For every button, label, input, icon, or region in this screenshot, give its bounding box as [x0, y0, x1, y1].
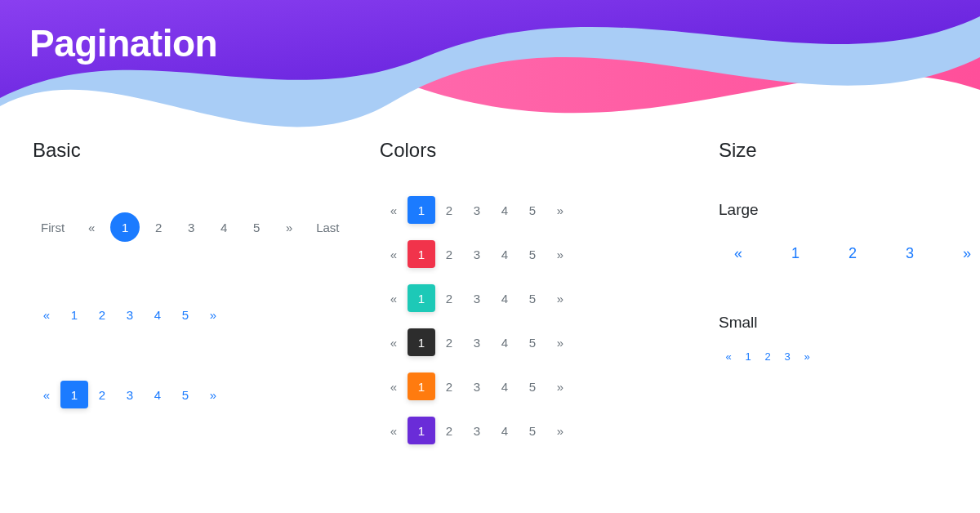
page-4[interactable]: 4 [491, 196, 519, 224]
pagination-color-purple: « 1 2 3 4 5 » [380, 417, 719, 444]
page-next-icon[interactable]: » [546, 284, 574, 312]
page-prev-icon[interactable]: « [719, 346, 738, 366]
page-prev-icon[interactable]: « [380, 240, 408, 268]
page-2[interactable]: 2 [435, 196, 463, 224]
page-3[interactable]: 3 [177, 213, 205, 241]
page-2[interactable]: 2 [88, 301, 116, 328]
section-colors: Colors « 1 2 3 4 5 » « 1 2 3 4 5 » « [380, 139, 719, 444]
page-prev-icon[interactable]: « [719, 234, 758, 273]
page-2[interactable]: 2 [88, 381, 116, 408]
page-next-icon[interactable]: » [546, 240, 574, 268]
page-5[interactable]: 5 [519, 240, 546, 268]
page-4[interactable]: 4 [144, 301, 172, 328]
content: Basic First « 1 2 3 4 5 » Last « 1 2 3 4… [0, 123, 980, 444]
page-next-icon[interactable]: » [947, 234, 980, 273]
colors-stack: « 1 2 3 4 5 » « 1 2 3 4 5 » « 1 2 3 [380, 196, 719, 444]
page-1-active[interactable]: 1 [408, 372, 435, 400]
pagination-color-blue: « 1 2 3 4 5 » [380, 196, 719, 224]
page-1[interactable]: 1 [60, 301, 88, 328]
page-2[interactable]: 2 [435, 284, 463, 312]
pagination-color-orange: « 1 2 3 4 5 » [380, 372, 719, 400]
page-4[interactable]: 4 [491, 328, 519, 356]
page-prev-icon[interactable]: « [78, 213, 105, 241]
page-first[interactable]: First [33, 213, 73, 241]
page-5[interactable]: 5 [519, 196, 546, 224]
page-title: Pagination [29, 21, 217, 65]
page-prev-icon[interactable]: « [33, 301, 60, 328]
page-next-icon[interactable]: » [546, 417, 574, 444]
page-2[interactable]: 2 [435, 372, 463, 400]
page-3[interactable]: 3 [777, 346, 797, 366]
section-basic: Basic First « 1 2 3 4 5 » Last « 1 2 3 4… [33, 139, 380, 444]
pagination-color-dark: « 1 2 3 4 5 » [380, 328, 719, 356]
page-1-active[interactable]: 1 [408, 328, 435, 356]
page-5[interactable]: 5 [519, 417, 546, 444]
page-prev-icon[interactable]: « [380, 372, 408, 400]
page-3[interactable]: 3 [116, 381, 144, 408]
page-2[interactable]: 2 [435, 240, 463, 268]
page-1-active[interactable]: 1 [408, 284, 435, 312]
page-prev-icon[interactable]: « [380, 328, 408, 356]
page-prev-icon[interactable]: « [33, 381, 60, 408]
page-prev-icon[interactable]: « [380, 284, 408, 312]
page-5[interactable]: 5 [243, 213, 270, 241]
page-2[interactable]: 2 [833, 234, 872, 273]
pagination-small: « 1 2 3 » [719, 346, 947, 366]
page-next-icon[interactable]: » [199, 301, 227, 328]
page-next-icon[interactable]: » [546, 372, 574, 400]
section-title-size: Size [719, 139, 947, 162]
section-title-basic: Basic [33, 139, 380, 162]
header: Pagination [0, 0, 980, 123]
page-prev-icon[interactable]: « [380, 417, 408, 444]
section-title-colors: Colors [380, 139, 719, 162]
section-size: Size Large « 1 2 3 » Small « 1 2 3 » [719, 139, 947, 444]
page-3[interactable]: 3 [890, 234, 929, 273]
page-1[interactable]: 1 [738, 346, 758, 366]
page-5[interactable]: 5 [519, 372, 546, 400]
pagination-color-teal: « 1 2 3 4 5 » [380, 284, 719, 312]
page-4[interactable]: 4 [210, 213, 238, 241]
page-next-icon[interactable]: » [546, 328, 574, 356]
page-4[interactable]: 4 [491, 372, 519, 400]
page-3[interactable]: 3 [463, 284, 491, 312]
page-5[interactable]: 5 [172, 381, 199, 408]
pagination-large: « 1 2 3 » [719, 234, 947, 273]
page-1-active[interactable]: 1 [110, 212, 140, 242]
page-2[interactable]: 2 [145, 213, 172, 241]
page-1-active[interactable]: 1 [408, 196, 435, 224]
page-3[interactable]: 3 [116, 301, 144, 328]
pagination-basic-square: « 1 2 3 4 5 » [33, 381, 380, 408]
page-3[interactable]: 3 [463, 328, 491, 356]
page-5[interactable]: 5 [172, 301, 199, 328]
page-last[interactable]: Last [308, 213, 347, 241]
page-5[interactable]: 5 [519, 328, 546, 356]
page-prev-icon[interactable]: « [380, 196, 408, 224]
page-1[interactable]: 1 [776, 234, 815, 273]
page-3[interactable]: 3 [463, 372, 491, 400]
page-next-icon[interactable]: » [199, 381, 227, 408]
page-1-active[interactable]: 1 [408, 417, 435, 444]
page-1-active[interactable]: 1 [60, 381, 88, 408]
pagination-basic-circle: First « 1 2 3 4 5 » Last [33, 212, 380, 242]
page-next-icon[interactable]: » [797, 346, 817, 366]
pagination-color-red: « 1 2 3 4 5 » [380, 240, 719, 268]
page-4[interactable]: 4 [491, 417, 519, 444]
page-1-active[interactable]: 1 [408, 240, 435, 268]
page-2[interactable]: 2 [435, 417, 463, 444]
page-4[interactable]: 4 [144, 381, 172, 408]
page-2[interactable]: 2 [758, 346, 777, 366]
page-next-icon[interactable]: » [275, 213, 303, 241]
page-3[interactable]: 3 [463, 196, 491, 224]
subheading-small: Small [719, 314, 947, 332]
page-2[interactable]: 2 [435, 328, 463, 356]
page-next-icon[interactable]: » [546, 196, 574, 224]
page-3[interactable]: 3 [463, 240, 491, 268]
page-5[interactable]: 5 [519, 284, 546, 312]
subheading-large: Large [719, 201, 947, 219]
page-4[interactable]: 4 [491, 240, 519, 268]
pagination-basic-links: « 1 2 3 4 5 » [33, 301, 380, 328]
page-4[interactable]: 4 [491, 284, 519, 312]
page-3[interactable]: 3 [463, 417, 491, 444]
